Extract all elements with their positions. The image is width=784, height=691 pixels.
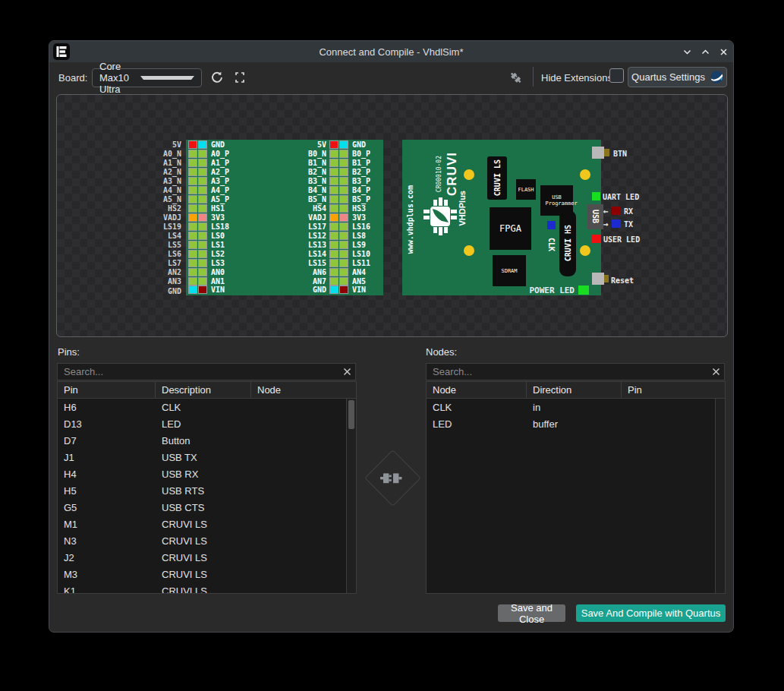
- quartus-settings-button[interactable]: Quartus Settings: [628, 67, 727, 87]
- pin-square[interactable]: [198, 232, 207, 240]
- pin-square[interactable]: [339, 250, 348, 258]
- pin-square[interactable]: [188, 168, 197, 176]
- connector-tool-icon[interactable]: [509, 71, 522, 84]
- pin-square[interactable]: [329, 159, 338, 167]
- table-row[interactable]: N3CRUVI LS: [58, 532, 356, 549]
- pin-square[interactable]: [198, 213, 207, 222]
- pin-square[interactable]: [329, 140, 338, 149]
- pin-square[interactable]: [329, 286, 338, 294]
- pin-square[interactable]: [329, 168, 338, 176]
- board-diagram-area[interactable]: 5VA0_NA1_NA2_NA3_NA4_NA5_NHS2VADJLS19LS4…: [56, 94, 728, 337]
- pin-square[interactable]: [198, 150, 207, 158]
- pin-square[interactable]: [188, 241, 197, 249]
- table-row[interactable]: K1CRUVI LS: [58, 582, 356, 594]
- table-row[interactable]: D13LED: [58, 415, 356, 432]
- table-row[interactable]: H6CLK: [58, 399, 356, 415]
- pin-square[interactable]: [188, 213, 197, 222]
- pin-square[interactable]: [188, 286, 197, 294]
- pin-square[interactable]: [329, 186, 338, 194]
- minimize-button[interactable]: [681, 46, 693, 58]
- pin-square[interactable]: [329, 232, 338, 240]
- pin-square[interactable]: [339, 232, 348, 240]
- pin-square[interactable]: [198, 204, 207, 213]
- nodes-scrollbar[interactable]: [715, 399, 725, 593]
- pin-square[interactable]: [329, 222, 338, 231]
- pin-square[interactable]: [339, 222, 348, 231]
- pin-square[interactable]: [329, 150, 338, 158]
- pin-square[interactable]: [339, 204, 348, 213]
- table-row[interactable]: D7Button: [58, 432, 356, 449]
- pin-square[interactable]: [188, 195, 197, 204]
- pin-square[interactable]: [188, 140, 197, 149]
- pin-square[interactable]: [339, 213, 348, 222]
- close-button[interactable]: [717, 46, 729, 58]
- pin-square[interactable]: [198, 259, 207, 267]
- pin-square[interactable]: [329, 177, 338, 185]
- pin-square[interactable]: [339, 286, 348, 294]
- pin-square[interactable]: [329, 250, 338, 258]
- pin-square[interactable]: [198, 250, 207, 258]
- pin-square[interactable]: [188, 250, 197, 258]
- pin-square[interactable]: [188, 186, 197, 194]
- pin-square[interactable]: [188, 159, 197, 167]
- pin-square[interactable]: [339, 140, 348, 149]
- pin-square[interactable]: [329, 195, 338, 204]
- pin-square[interactable]: [339, 259, 348, 267]
- pin-square[interactable]: [198, 241, 207, 249]
- nodes-search-clear-icon[interactable]: [707, 368, 724, 376]
- pin-square[interactable]: [188, 150, 197, 158]
- pin-square[interactable]: [188, 277, 197, 286]
- pin-square[interactable]: [329, 277, 338, 286]
- pin-square[interactable]: [339, 186, 348, 194]
- pins-col-pin[interactable]: Pin: [58, 382, 156, 398]
- table-row[interactable]: J2CRUVI LS: [58, 549, 356, 566]
- save-and-compile-button[interactable]: Save And Compile with Quartus: [576, 604, 726, 622]
- pin-square[interactable]: [339, 159, 348, 167]
- pins-search-input[interactable]: [58, 366, 338, 377]
- pin-square[interactable]: [198, 177, 207, 185]
- pin-square[interactable]: [339, 241, 348, 249]
- pin-square[interactable]: [198, 140, 207, 149]
- pin-square[interactable]: [188, 204, 197, 213]
- pin-square[interactable]: [339, 150, 348, 158]
- pin-square[interactable]: [188, 268, 197, 276]
- pin-square[interactable]: [329, 204, 338, 213]
- pin-square[interactable]: [329, 259, 338, 267]
- table-row[interactable]: CLKin: [427, 399, 725, 415]
- pin-square[interactable]: [339, 177, 348, 185]
- titlebar[interactable]: Connect and Compile - VhdlSim*: [49, 41, 733, 62]
- pin-square[interactable]: [198, 268, 207, 276]
- nodes-col-node[interactable]: Node: [427, 382, 527, 398]
- table-row[interactable]: M1CRUVI LS: [58, 516, 356, 532]
- maximize-button[interactable]: [699, 46, 711, 58]
- pins-scrollbar-thumb[interactable]: [348, 400, 354, 429]
- table-row[interactable]: M3CRUVI LS: [58, 566, 356, 582]
- pins-scrollbar[interactable]: [346, 399, 356, 593]
- pin-square[interactable]: [188, 232, 197, 240]
- pin-square[interactable]: [188, 259, 197, 267]
- pin-square[interactable]: [198, 222, 207, 231]
- plug-connect-icon[interactable]: [380, 471, 405, 486]
- pin-square[interactable]: [339, 277, 348, 286]
- pin-square[interactable]: [188, 177, 197, 185]
- pin-square[interactable]: [198, 186, 207, 194]
- fit-view-button[interactable]: [233, 71, 247, 84]
- pin-square[interactable]: [198, 286, 207, 294]
- save-and-close-button[interactable]: Save and Close: [498, 604, 565, 622]
- pin-square[interactable]: [329, 213, 338, 222]
- table-row[interactable]: G5USB CTS: [58, 499, 356, 516]
- pin-square[interactable]: [339, 195, 348, 204]
- table-row[interactable]: H5USB RTS: [58, 482, 356, 499]
- pins-search-clear-icon[interactable]: [338, 368, 355, 376]
- pin-square[interactable]: [329, 268, 338, 276]
- pin-square[interactable]: [198, 195, 207, 204]
- table-row[interactable]: LEDbuffer: [427, 415, 725, 432]
- pin-square[interactable]: [339, 268, 348, 276]
- board-select[interactable]: Core Max10 Ultra: [92, 68, 202, 87]
- pin-square[interactable]: [198, 159, 207, 167]
- hide-extensions-checkbox[interactable]: [609, 68, 624, 83]
- pin-square[interactable]: [329, 241, 338, 249]
- nodes-col-direction[interactable]: Direction: [527, 382, 622, 398]
- nodes-col-pin[interactable]: Pin: [622, 382, 725, 398]
- table-row[interactable]: J1USB TX: [58, 449, 356, 465]
